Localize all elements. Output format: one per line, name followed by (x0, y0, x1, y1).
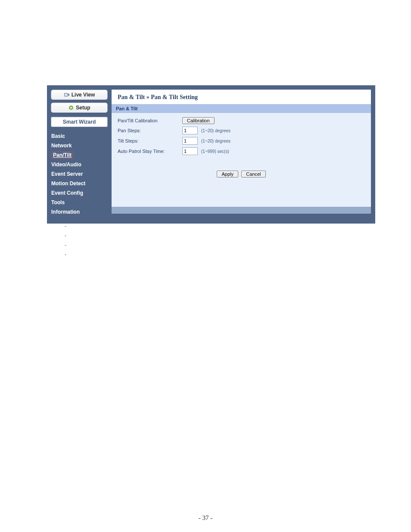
auto-patrol-suffix: (1~999) sec(s) (201, 149, 229, 154)
live-view-button[interactable]: Live View (51, 90, 108, 100)
sidebar-item-video-audio[interactable]: Video/Audio (51, 160, 107, 169)
pan-tilt-form: Pan/Tilt Calibration Calibration Pan Ste… (112, 113, 371, 160)
row-pan-steps: Pan Steps: (1~20) degrees (118, 127, 365, 134)
content-footer-bar (112, 207, 371, 214)
camera-icon (64, 92, 70, 98)
smart-wizard-label: Smart Wizard (63, 119, 96, 125)
cancel-button[interactable]: Cancel (241, 171, 265, 177)
dash-1: - (65, 221, 66, 231)
pan-steps-input[interactable] (182, 127, 198, 134)
breadcrumb-seg2: Pan & Tilt Setting (151, 94, 198, 100)
config-app: Live View Setup Smart Wizard Basic Netwo… (47, 85, 375, 224)
smart-wizard-button[interactable]: Smart Wizard (51, 117, 108, 127)
sidebar-item-motion-detect[interactable]: Motion Detect (51, 179, 107, 188)
sidebar-item-network[interactable]: Network (51, 141, 107, 150)
sidebar-item-information[interactable]: Information (51, 207, 107, 217)
row-calibration: Pan/Tilt Calibration Calibration (118, 117, 365, 124)
sidebar-item-event-server[interactable]: Event Server (51, 169, 107, 179)
sidebar: Live View Setup Smart Wizard Basic Netwo… (47, 85, 112, 221)
button-row: Apply Cancel (112, 160, 371, 181)
pan-steps-suffix: (1~20) degrees (201, 128, 230, 133)
auto-patrol-input[interactable] (182, 147, 198, 155)
auto-patrol-label: Auto Patrol Stay Time: (118, 149, 182, 154)
sidebar-item-basic[interactable]: Basic (51, 131, 107, 141)
sidebar-item-tools[interactable]: Tools (51, 198, 107, 207)
svg-point-3 (70, 107, 72, 109)
section-header: Pan & Tilt (112, 104, 371, 113)
sidebar-item-event-config[interactable]: Event Config (51, 188, 107, 198)
calibration-label: Pan/Tilt Calibration (118, 118, 182, 123)
live-view-label: Live View (72, 92, 95, 98)
gear-icon (68, 105, 74, 111)
page-number: - 37 - (0, 514, 411, 522)
content-panel: Pan & Tilt » Pan & Tilt Setting Pan & Ti… (112, 90, 371, 214)
tilt-steps-label: Tilt Steps: (118, 138, 182, 143)
breadcrumb: Pan & Tilt » Pan & Tilt Setting (112, 90, 371, 104)
row-auto-patrol: Auto Patrol Stay Time: (1~999) sec(s) (118, 147, 365, 155)
setup-label: Setup (76, 105, 90, 111)
tilt-steps-input[interactable] (182, 137, 198, 145)
setup-button[interactable]: Setup (51, 103, 108, 113)
dash-4: - (65, 250, 66, 259)
dash-2: - (65, 231, 66, 240)
pan-steps-label: Pan Steps: (118, 128, 182, 133)
tilt-steps-suffix: (1~20) degrees (201, 139, 230, 143)
bullet-list: - - - - (65, 221, 66, 259)
calibration-button[interactable]: Calibration (182, 117, 215, 124)
svg-rect-1 (65, 93, 68, 96)
dash-3: - (65, 240, 66, 250)
apply-button[interactable]: Apply (217, 171, 238, 177)
sidebar-item-pan-tilt[interactable]: Pan/Tilt (51, 152, 73, 159)
row-tilt-steps: Tilt Steps: (1~20) degrees (118, 137, 365, 145)
breadcrumb-sep: » (145, 94, 151, 100)
breadcrumb-seg1: Pan & Tilt (118, 94, 145, 100)
sidebar-nav: Basic Network Pan/Tilt Video/Audio Event… (47, 131, 112, 217)
